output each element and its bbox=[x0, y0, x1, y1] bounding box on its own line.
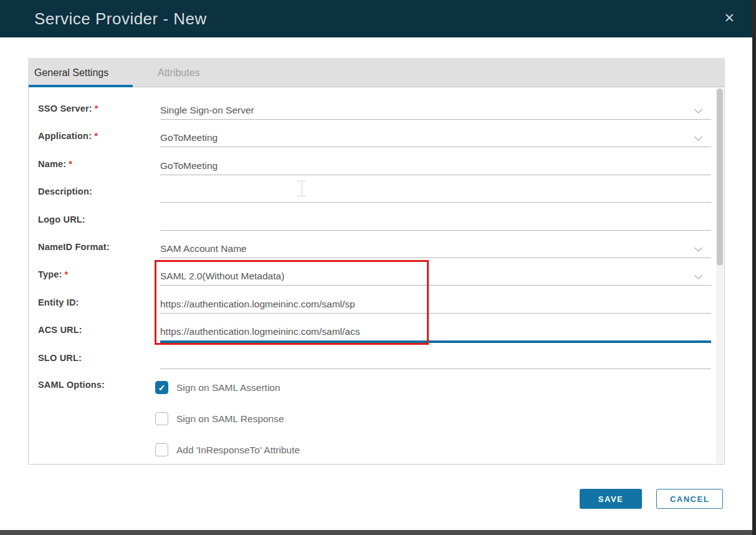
required-asterisk: * bbox=[69, 159, 72, 169]
field-row-nameid-format: NameID Format:SAM Account Name bbox=[29, 241, 714, 258]
dropdown-nameid-format[interactable]: SAM Account Name bbox=[160, 241, 711, 258]
field-row-sso-server: SSO Server:*Single Sign-on Server bbox=[29, 102, 714, 120]
window-right-edge bbox=[752, 0, 756, 535]
checkbox-checked-sign-on-saml-assertion[interactable]: ✓ bbox=[155, 381, 168, 394]
active-tab-underline bbox=[29, 85, 133, 87]
window-bottom-edge bbox=[0, 530, 756, 535]
field-row-logo-url: Logo URL: bbox=[29, 213, 714, 231]
tab-attributes[interactable]: Attributes bbox=[158, 58, 200, 87]
field-row-name: Name:*GoToMeeting bbox=[29, 158, 714, 175]
field-row-type: Type:*SAML 2.0(Without Metadata) bbox=[29, 268, 714, 286]
field-row-description: Description: bbox=[29, 185, 714, 203]
field-row-acs-url: ACS URL:https://authentication.logmeinin… bbox=[29, 324, 714, 341]
field-label: ACS URL: bbox=[38, 325, 156, 335]
close-icon[interactable]: ✕ bbox=[724, 0, 735, 36]
input-entity-id[interactable]: https://authentication.logmeininc.com/sa… bbox=[160, 296, 711, 314]
input-logo-url[interactable] bbox=[160, 213, 711, 231]
saml-options-label: SAML Options: bbox=[38, 380, 105, 390]
field-label: Entity ID: bbox=[38, 297, 156, 307]
field-label: NameID Format: bbox=[38, 242, 156, 252]
service-provider-modal: Service Provider - New ✕ General Setting… bbox=[0, 0, 756, 535]
field-label: Logo URL: bbox=[38, 214, 156, 224]
checkbox-label[interactable]: Sign on SAML Response bbox=[176, 412, 284, 426]
field-row-application: Application:*GoToMeeting bbox=[29, 130, 714, 147]
chevron-down-icon[interactable] bbox=[694, 272, 702, 280]
chevron-down-icon[interactable] bbox=[694, 244, 702, 252]
dropdown-sso-server[interactable]: Single Sign-on Server bbox=[160, 102, 711, 120]
field-row-slo-url: SLO URL: bbox=[29, 352, 714, 369]
input-description[interactable] bbox=[160, 185, 711, 203]
chevron-down-icon[interactable] bbox=[694, 133, 702, 142]
dropdown-type[interactable]: SAML 2.0(Without Metadata) bbox=[160, 268, 711, 286]
scrollbar-thumb[interactable] bbox=[717, 89, 723, 266]
field-label: Name:* bbox=[38, 159, 156, 169]
input-name[interactable]: GoToMeeting bbox=[160, 158, 711, 175]
input-acs-url[interactable]: https://authentication.logmeininc.com/sa… bbox=[160, 324, 711, 343]
tab-bar: General Settings Attributes bbox=[28, 58, 725, 87]
checkbox-label[interactable]: Sign on SAML Assertion bbox=[176, 381, 280, 395]
field-label: SSO Server:* bbox=[38, 104, 156, 113]
general-settings-panel: SSO Server:*Single Sign-on ServerApplica… bbox=[28, 87, 725, 465]
input-slo-url[interactable] bbox=[160, 352, 711, 369]
required-asterisk: * bbox=[94, 131, 98, 141]
checkbox-unchecked-sign-on-saml-response[interactable] bbox=[155, 412, 168, 425]
field-label: SLO URL: bbox=[38, 353, 156, 363]
field-label: Type:* bbox=[38, 269, 156, 279]
checkbox-unchecked-add-inresponseto-attribute[interactable] bbox=[155, 443, 168, 456]
save-button[interactable]: SAVE bbox=[580, 489, 642, 509]
vertical-scrollbar[interactable] bbox=[716, 88, 724, 463]
dropdown-application[interactable]: GoToMeeting bbox=[160, 130, 711, 147]
cancel-button[interactable]: CANCEL bbox=[656, 489, 723, 509]
field-label: Application:* bbox=[38, 131, 156, 141]
chevron-down-icon[interactable] bbox=[694, 105, 702, 113]
checkbox-label[interactable]: Add 'InResponseTo' Attribute bbox=[176, 443, 300, 457]
modal-header: Service Provider - New ✕ bbox=[0, 0, 752, 37]
field-row-entity-id: Entity ID:https://authentication.logmein… bbox=[29, 296, 714, 314]
modal-title: Service Provider - New bbox=[34, 0, 207, 37]
required-asterisk: * bbox=[95, 104, 98, 113]
field-label: Description: bbox=[38, 186, 156, 196]
tab-general-settings[interactable]: General Settings bbox=[34, 58, 108, 87]
required-asterisk: * bbox=[65, 269, 69, 279]
